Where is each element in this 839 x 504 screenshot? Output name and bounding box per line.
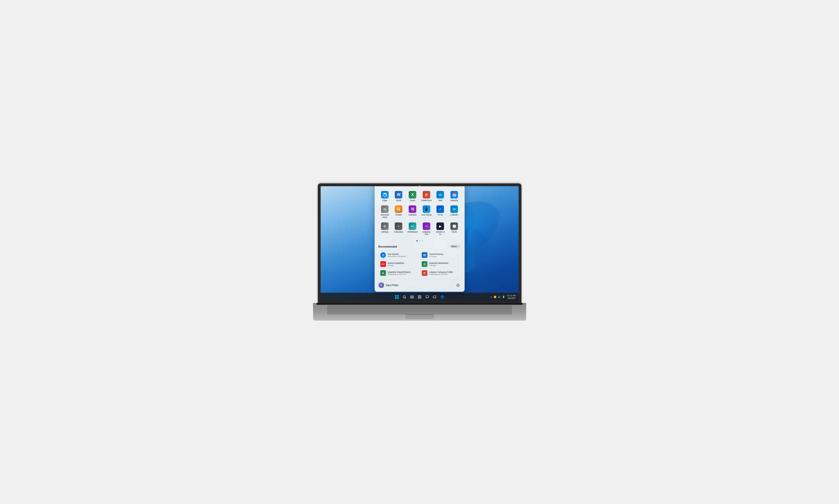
taskbar-time-display: 11:11 AM (507, 294, 516, 297)
brand-icon: PDF (380, 261, 386, 267)
app-store[interactable]: 🛍 Microsoft Store (379, 204, 391, 220)
svg-rect-13 (397, 297, 399, 299)
snipping-label: Snipping Tool (421, 231, 432, 235)
movies-label: Movies & TV (435, 231, 446, 235)
taskbar-chat-button[interactable] (424, 294, 431, 300)
mail-icon: ✉ (436, 191, 444, 199)
user-info[interactable]: S Sara Philips (379, 282, 399, 288)
rec-adatum[interactable]: P Adatum Company Profile Yesterday at 1:… (420, 269, 461, 277)
recommended-header: Recommended More › (379, 245, 461, 249)
adatum-icon: P (422, 270, 427, 276)
app-word[interactable]: W Word (392, 190, 405, 203)
taskbar-start-button[interactable] (394, 294, 400, 300)
taskbar-datetime[interactable]: 11:11 AM 01/12/21 (506, 294, 517, 300)
app-mail[interactable]: ✉ Mail (434, 190, 447, 203)
travel-icon: W (422, 252, 427, 258)
svg-rect-17 (412, 296, 414, 297)
app-calendar[interactable]: 📅 Calendar (448, 190, 461, 203)
page-dots (379, 240, 461, 241)
app-todo[interactable]: ✓ To Do (434, 204, 447, 220)
systray-wifi[interactable]: 📶 (493, 296, 497, 298)
calculator-icon: = (395, 222, 402, 230)
todo-label: To Do (438, 214, 443, 216)
recommended-grid: ✦ Get Started Welcome to Windows W (379, 251, 461, 277)
rec-name-payroll: Quarterly Payroll Report (388, 271, 411, 273)
app-onenote[interactable]: N OneNote (406, 204, 419, 220)
app-calculator[interactable]: = Calculator (392, 221, 405, 237)
snipping-icon: ✂ (423, 222, 430, 230)
taskbar-date-display: 01/12/21 (507, 297, 516, 300)
taskbar-search-button[interactable] (401, 294, 408, 300)
app-photos[interactable]: 🖼 Photos (392, 204, 405, 220)
clock-label: Clock (452, 231, 457, 233)
settings-icon: ⚙ (381, 222, 389, 230)
all-apps-button[interactable]: All apps › (446, 186, 461, 187)
app-clock[interactable]: 🕐 Clock (448, 221, 461, 237)
app-whiteboard[interactable]: ✏ Whiteboard (406, 221, 419, 237)
expense-icon: X (422, 261, 427, 267)
more-button[interactable]: More › (449, 245, 460, 249)
taskbar-right: ∧ 📶 🔊 🔋 11:11 AM 01/12/21 (490, 294, 517, 300)
svg-line-15 (405, 298, 406, 299)
taskbar-widgets-button[interactable] (416, 294, 423, 300)
taskbar: ∧ 📶 🔊 🔋 11:11 AM 01/12/21 (321, 293, 519, 301)
yourphone-label: Your Phone (421, 214, 432, 216)
linkedin-icon: in (450, 205, 458, 213)
pinned-header: Pinned All apps › (379, 186, 461, 187)
rec-expense-worksheet[interactable]: X Expense Worksheet 12h ago (420, 260, 461, 268)
touchpad[interactable] (405, 314, 434, 319)
calculator-label: Calculator (394, 231, 403, 233)
keyboard (327, 305, 512, 315)
svg-rect-18 (410, 297, 412, 298)
start-menu: 🔍 Type here to search Pinned All apps › (374, 186, 465, 292)
power-button[interactable]: ⏻ (455, 282, 461, 288)
rec-name-getstarted: Get Started (388, 253, 406, 255)
calendar-label: Calendar (450, 199, 458, 202)
systray-volume[interactable]: 🔊 (497, 296, 501, 298)
payroll-icon: X (380, 270, 386, 276)
recommended-title: Recommended (379, 245, 397, 248)
mail-label: Mail (439, 199, 442, 202)
rec-sub-adatum: Yesterday at 1:15 PM (429, 273, 453, 275)
whiteboard-icon: ✏ (409, 222, 416, 230)
photos-label: Photos (396, 214, 402, 216)
svg-point-14 (403, 296, 405, 298)
whiteboard-label: Whiteboard (407, 231, 418, 233)
svg-rect-20 (418, 295, 419, 297)
systray-chevron[interactable]: ∧ (490, 296, 492, 298)
rec-brand-guidelines[interactable]: PDF Brand Guidelines 2h ago (379, 260, 419, 268)
svg-rect-23 (418, 297, 419, 299)
powerpoint-icon: P (423, 191, 430, 199)
taskbar-explorer-button[interactable] (432, 294, 438, 300)
start-footer: S Sara Philips ⏻ (379, 280, 461, 288)
rec-payroll-report[interactable]: X Quarterly Payroll Report Yesterday at … (379, 269, 419, 277)
app-movies[interactable]: ▶ Movies & TV (434, 221, 447, 237)
taskbar-edge-button[interactable] (439, 294, 446, 300)
svg-rect-22 (420, 297, 421, 299)
yourphone-icon: 📱 (423, 205, 430, 213)
excel-label: Excel (410, 199, 415, 202)
laptop-lid: 🔍 Type here to search Pinned All apps › (318, 183, 522, 304)
rec-name-travel: Travel Itinerary (429, 253, 443, 255)
rec-sub-payroll: Yesterday at 4:24 PM (388, 273, 411, 275)
app-yourphone[interactable]: 📱 Your Phone (420, 204, 433, 220)
pinned-title: Pinned (379, 186, 387, 187)
movies-icon: ▶ (436, 222, 444, 230)
app-powerpoint[interactable]: P PowerPoint (420, 190, 433, 203)
systray-icons: ∧ 📶 🔊 🔋 (490, 296, 505, 298)
taskbar-taskview-button[interactable] (409, 294, 415, 300)
app-edge[interactable]: Edge (379, 190, 391, 203)
rec-travel-itinerary[interactable]: W Travel Itinerary 17m ago (420, 251, 461, 259)
avatar: S (379, 282, 384, 288)
rec-name-expense: Expense Worksheet (429, 262, 448, 264)
app-excel[interactable]: X Excel (406, 190, 419, 203)
edge-label: Edge (382, 199, 387, 202)
rec-get-started[interactable]: ✦ Get Started Welcome to Windows (379, 251, 419, 259)
calendar-icon: 📅 (450, 191, 458, 199)
word-icon: W (395, 191, 402, 199)
systray-battery[interactable]: 🔋 (502, 296, 505, 298)
app-linkedin[interactable]: in LinkedIn (448, 204, 461, 220)
app-settings[interactable]: ⚙ Settings (379, 221, 391, 237)
app-snipping[interactable]: ✂ Snipping Tool (420, 221, 433, 237)
linkedin-label: LinkedIn (450, 214, 458, 216)
